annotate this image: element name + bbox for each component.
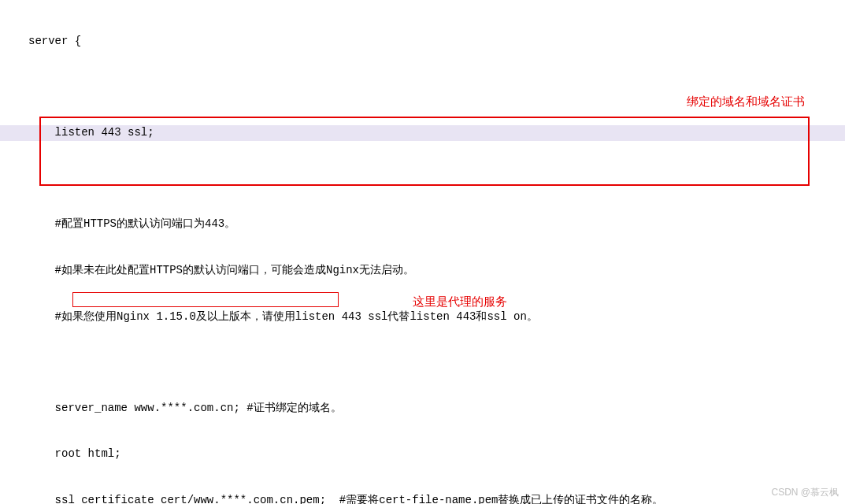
watermark: CSDN @慕云枫 [771,486,839,499]
code-comment: #如果未在此处配置HTTPS的默认访问端口，可能会造成Nginx无法启动。 [0,263,845,279]
code-comment: #配置HTTPS的默认访问端口为443。 [0,217,845,232]
blank-line [0,355,845,369]
annotation-proxy: 这里是代理的服务 [413,293,507,309]
code-line: server_name www.****.com.cn; #证书绑定的域名。 [0,401,845,417]
code-line: server { [0,34,845,50]
annotation-cert: 绑定的域名和域名证书 [687,93,805,109]
code-line: ssl_certificate cert/www.****.com.cn.pem… [0,493,845,504]
code-block: server { listen 443 ssl; #配置HTTPS的默认访问端口… [0,0,845,504]
code-line-highlight: listen 443 ssl; [0,125,845,141]
code-line: root html; [0,447,845,462]
blank-line [0,172,845,186]
code-comment: #如果您使用Nginx 1.15.0及以上版本，请使用listen 443 ss… [0,309,845,325]
